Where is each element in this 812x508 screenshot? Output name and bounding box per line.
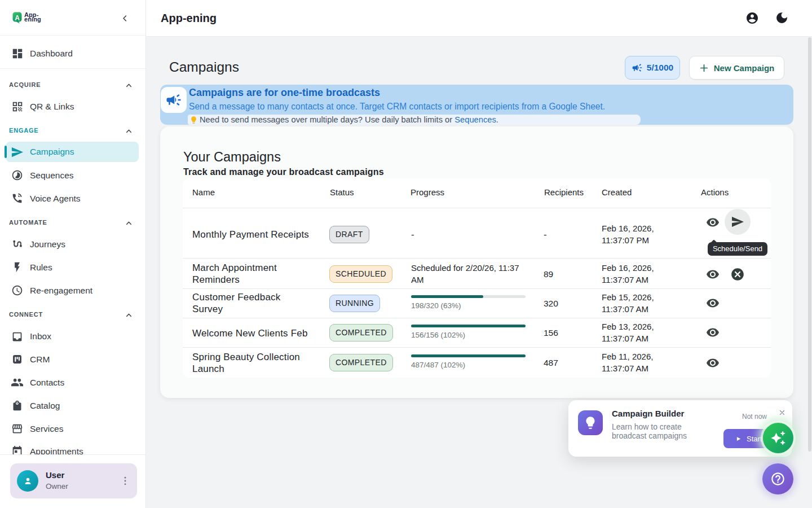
svg-text:A: A — [15, 14, 20, 22]
